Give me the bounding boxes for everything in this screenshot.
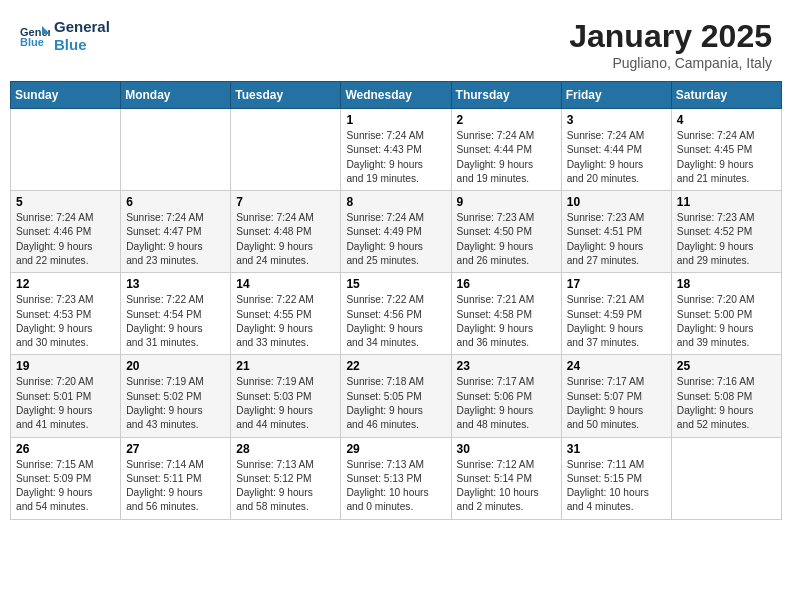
day-info-line: Sunset: 5:12 PM bbox=[236, 472, 335, 486]
day-info-line: Sunrise: 7:23 AM bbox=[677, 211, 776, 225]
day-number: 3 bbox=[567, 113, 666, 127]
day-info-line: Daylight: 9 hours bbox=[346, 240, 445, 254]
day-info-line: Sunrise: 7:24 AM bbox=[457, 129, 556, 143]
day-info-line: and 34 minutes. bbox=[346, 336, 445, 350]
calendar-cell: 1Sunrise: 7:24 AMSunset: 4:43 PMDaylight… bbox=[341, 109, 451, 191]
day-info-line: Sunset: 4:49 PM bbox=[346, 225, 445, 239]
day-number: 2 bbox=[457, 113, 556, 127]
calendar-header-row: SundayMondayTuesdayWednesdayThursdayFrid… bbox=[11, 82, 782, 109]
day-info-line: Sunset: 4:48 PM bbox=[236, 225, 335, 239]
day-info-line: and 43 minutes. bbox=[126, 418, 225, 432]
day-info-line: and 41 minutes. bbox=[16, 418, 115, 432]
day-info-line: Sunset: 5:13 PM bbox=[346, 472, 445, 486]
day-info-line: Sunrise: 7:20 AM bbox=[16, 375, 115, 389]
calendar-cell: 2Sunrise: 7:24 AMSunset: 4:44 PMDaylight… bbox=[451, 109, 561, 191]
day-info-line: Sunset: 5:03 PM bbox=[236, 390, 335, 404]
day-info-line: Sunrise: 7:24 AM bbox=[126, 211, 225, 225]
calendar-cell: 6Sunrise: 7:24 AMSunset: 4:47 PMDaylight… bbox=[121, 191, 231, 273]
title-block: January 2025 Pugliano, Campania, Italy bbox=[569, 18, 772, 71]
day-number: 4 bbox=[677, 113, 776, 127]
day-number: 24 bbox=[567, 359, 666, 373]
day-info-line: Sunrise: 7:23 AM bbox=[457, 211, 556, 225]
day-info-line: and 19 minutes. bbox=[457, 172, 556, 186]
day-info-line: Sunset: 5:07 PM bbox=[567, 390, 666, 404]
day-number: 20 bbox=[126, 359, 225, 373]
day-info-line: Sunset: 4:54 PM bbox=[126, 308, 225, 322]
day-info-line: Sunrise: 7:17 AM bbox=[567, 375, 666, 389]
day-info-line: Sunset: 5:08 PM bbox=[677, 390, 776, 404]
calendar-cell: 14Sunrise: 7:22 AMSunset: 4:55 PMDayligh… bbox=[231, 273, 341, 355]
day-info-line: Daylight: 9 hours bbox=[457, 240, 556, 254]
day-info-line: Sunset: 5:01 PM bbox=[16, 390, 115, 404]
day-header-tuesday: Tuesday bbox=[231, 82, 341, 109]
day-number: 17 bbox=[567, 277, 666, 291]
calendar-week-3: 12Sunrise: 7:23 AMSunset: 4:53 PMDayligh… bbox=[11, 273, 782, 355]
day-info-line: and 48 minutes. bbox=[457, 418, 556, 432]
calendar-cell: 27Sunrise: 7:14 AMSunset: 5:11 PMDayligh… bbox=[121, 437, 231, 519]
day-number: 25 bbox=[677, 359, 776, 373]
day-info-line: Sunrise: 7:17 AM bbox=[457, 375, 556, 389]
day-info-line: and 19 minutes. bbox=[346, 172, 445, 186]
day-number: 18 bbox=[677, 277, 776, 291]
day-info-line: Daylight: 9 hours bbox=[126, 486, 225, 500]
day-info-line: Sunrise: 7:24 AM bbox=[677, 129, 776, 143]
day-info-line: and 2 minutes. bbox=[457, 500, 556, 514]
day-number: 21 bbox=[236, 359, 335, 373]
day-info-line: Daylight: 9 hours bbox=[16, 404, 115, 418]
calendar-cell: 21Sunrise: 7:19 AMSunset: 5:03 PMDayligh… bbox=[231, 355, 341, 437]
day-info-line: Sunrise: 7:15 AM bbox=[16, 458, 115, 472]
day-info-line: Sunset: 4:43 PM bbox=[346, 143, 445, 157]
calendar-cell: 8Sunrise: 7:24 AMSunset: 4:49 PMDaylight… bbox=[341, 191, 451, 273]
day-number: 28 bbox=[236, 442, 335, 456]
day-info-line: Daylight: 10 hours bbox=[567, 486, 666, 500]
day-info-line: Daylight: 9 hours bbox=[567, 240, 666, 254]
day-info-line: Sunset: 4:51 PM bbox=[567, 225, 666, 239]
calendar-cell: 19Sunrise: 7:20 AMSunset: 5:01 PMDayligh… bbox=[11, 355, 121, 437]
day-number: 15 bbox=[346, 277, 445, 291]
day-info-line: Sunset: 4:59 PM bbox=[567, 308, 666, 322]
calendar-cell: 7Sunrise: 7:24 AMSunset: 4:48 PMDaylight… bbox=[231, 191, 341, 273]
day-number: 16 bbox=[457, 277, 556, 291]
day-info-line: Sunrise: 7:19 AM bbox=[236, 375, 335, 389]
day-info-line: Sunset: 5:00 PM bbox=[677, 308, 776, 322]
day-info-line: Daylight: 9 hours bbox=[457, 404, 556, 418]
day-info-line: Sunset: 4:58 PM bbox=[457, 308, 556, 322]
day-info-line: Sunrise: 7:21 AM bbox=[567, 293, 666, 307]
day-info-line: and 25 minutes. bbox=[346, 254, 445, 268]
day-info-line: Sunrise: 7:24 AM bbox=[346, 129, 445, 143]
calendar-cell bbox=[231, 109, 341, 191]
day-info-line: Sunset: 4:55 PM bbox=[236, 308, 335, 322]
day-header-sunday: Sunday bbox=[11, 82, 121, 109]
day-number: 10 bbox=[567, 195, 666, 209]
day-info-line: Sunrise: 7:11 AM bbox=[567, 458, 666, 472]
calendar-cell bbox=[11, 109, 121, 191]
day-number: 7 bbox=[236, 195, 335, 209]
day-info-line: and 39 minutes. bbox=[677, 336, 776, 350]
day-info-line: Sunrise: 7:12 AM bbox=[457, 458, 556, 472]
day-info-line: and 22 minutes. bbox=[16, 254, 115, 268]
day-info-line: Sunrise: 7:24 AM bbox=[567, 129, 666, 143]
day-info-line: Sunrise: 7:22 AM bbox=[126, 293, 225, 307]
day-header-saturday: Saturday bbox=[671, 82, 781, 109]
day-number: 22 bbox=[346, 359, 445, 373]
day-number: 12 bbox=[16, 277, 115, 291]
day-info-line: Daylight: 9 hours bbox=[567, 158, 666, 172]
calendar-cell: 12Sunrise: 7:23 AMSunset: 4:53 PMDayligh… bbox=[11, 273, 121, 355]
day-info-line: Daylight: 9 hours bbox=[677, 322, 776, 336]
day-info-line: Sunrise: 7:20 AM bbox=[677, 293, 776, 307]
day-info-line: Daylight: 9 hours bbox=[16, 486, 115, 500]
day-info-line: and 4 minutes. bbox=[567, 500, 666, 514]
calendar-week-1: 1Sunrise: 7:24 AMSunset: 4:43 PMDaylight… bbox=[11, 109, 782, 191]
day-info-line: and 37 minutes. bbox=[567, 336, 666, 350]
calendar-cell: 30Sunrise: 7:12 AMSunset: 5:14 PMDayligh… bbox=[451, 437, 561, 519]
day-header-thursday: Thursday bbox=[451, 82, 561, 109]
day-info-line: Sunrise: 7:16 AM bbox=[677, 375, 776, 389]
day-info-line: Sunset: 5:05 PM bbox=[346, 390, 445, 404]
day-info-line: and 33 minutes. bbox=[236, 336, 335, 350]
day-info-line: Sunset: 4:47 PM bbox=[126, 225, 225, 239]
logo: General Blue General Blue bbox=[20, 18, 110, 54]
day-info-line: Sunrise: 7:24 AM bbox=[236, 211, 335, 225]
day-info-line: and 23 minutes. bbox=[126, 254, 225, 268]
day-info-line: and 58 minutes. bbox=[236, 500, 335, 514]
day-info-line: Daylight: 9 hours bbox=[236, 322, 335, 336]
